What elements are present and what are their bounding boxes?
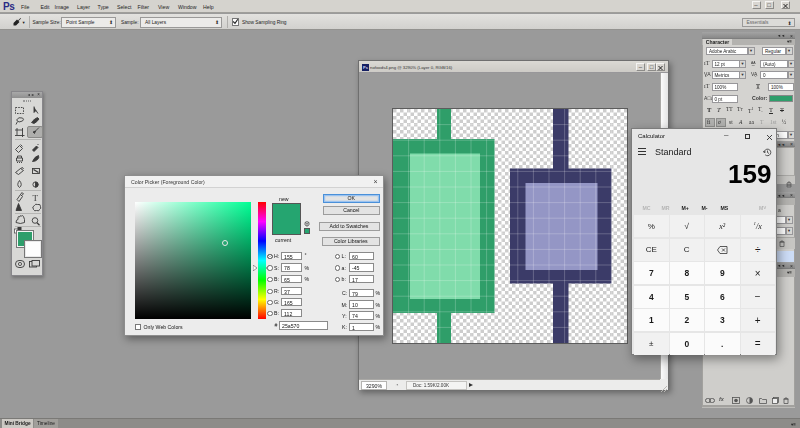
svg-text:T: T [33, 193, 39, 203]
